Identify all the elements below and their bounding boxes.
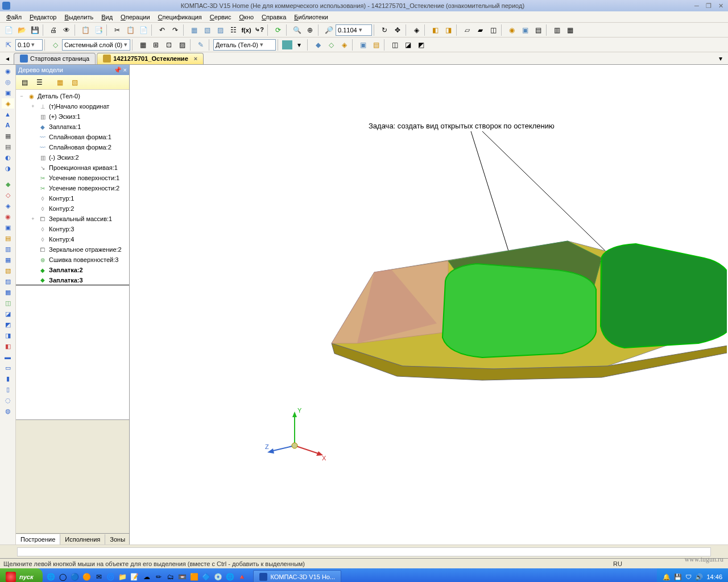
- viewport-3d[interactable]: Задача: создать вид открытых створок по …: [130, 65, 728, 544]
- menu-libraries[interactable]: Библиотеки: [290, 13, 332, 22]
- zoom-window-button[interactable]: 🔍: [291, 24, 303, 36]
- wire-button[interactable]: ◨: [442, 24, 454, 36]
- mgr1-button[interactable]: ▥: [551, 24, 563, 36]
- side-op13[interactable]: ◪: [2, 309, 14, 319]
- tab-document[interactable]: 1421275701_Остекление ×: [97, 53, 204, 64]
- tool-param[interactable]: ▦: [2, 131, 14, 141]
- side-op1[interactable]: ◆: [2, 179, 14, 189]
- ortho-button[interactable]: ⊞: [150, 39, 162, 51]
- tree-item[interactable]: ◊Контур:2: [16, 203, 129, 214]
- pan-button[interactable]: ✥: [391, 24, 404, 36]
- tree-close-icon[interactable]: ×: [123, 66, 127, 73]
- tool-aux[interactable]: ▲: [2, 109, 14, 119]
- tool2-button[interactable]: ▧: [201, 24, 213, 36]
- tree-tab-zones[interactable]: Зоны: [105, 534, 130, 544]
- spec2-button[interactable]: 📑: [92, 24, 105, 36]
- lib2-button[interactable]: ▣: [519, 24, 531, 36]
- side-op14[interactable]: ◩: [2, 319, 14, 330]
- snap-button[interactable]: ⇱: [2, 39, 15, 51]
- extra4-button[interactable]: ◩: [415, 39, 427, 51]
- minimize-button[interactable]: ─: [692, 2, 702, 9]
- tree-tab-exec[interactable]: Исполнения: [60, 534, 105, 544]
- tool-edit[interactable]: ◎: [2, 77, 14, 87]
- side-op16[interactable]: ◧: [2, 341, 14, 351]
- tool3-button[interactable]: ▨: [214, 24, 226, 36]
- tree-item[interactable]: ◆Заплатка:2: [16, 265, 129, 275]
- ql-icon[interactable]: 📼: [177, 572, 188, 582]
- side-op2[interactable]: ◇: [2, 190, 14, 200]
- tool4-button[interactable]: ☷: [227, 24, 239, 36]
- op3-button[interactable]: ◈: [338, 39, 350, 51]
- tray-icon[interactable]: 🔊: [695, 573, 703, 581]
- side-op22[interactable]: ◍: [2, 406, 14, 416]
- ql-icon[interactable]: 🌀: [106, 572, 116, 582]
- tree-root[interactable]: − ◉ Деталь (Тел-0): [16, 91, 129, 101]
- menu-operations[interactable]: Операции: [117, 13, 154, 22]
- undo-button[interactable]: ↶: [156, 24, 168, 36]
- copy-button[interactable]: 📋: [124, 24, 136, 36]
- mode1-button[interactable]: ▣: [357, 39, 369, 51]
- side-op15[interactable]: ◨: [2, 330, 14, 340]
- layer-icon[interactable]: ◇: [49, 39, 61, 51]
- op2-button[interactable]: ◇: [325, 39, 337, 51]
- orient-button[interactable]: ◈: [410, 24, 423, 36]
- rotate-button[interactable]: ↻: [378, 24, 391, 36]
- side-op8[interactable]: ▦: [2, 255, 14, 265]
- menu-view[interactable]: Вид: [97, 13, 117, 22]
- menu-spec[interactable]: Спецификация: [154, 13, 206, 22]
- tool-rep[interactable]: ◑: [2, 163, 14, 173]
- tree-pin-icon[interactable]: 📌: [114, 66, 122, 73]
- tree-item[interactable]: ✂Усечение поверхности:2: [16, 183, 129, 193]
- ql-icon[interactable]: ☁: [142, 572, 152, 582]
- close-button[interactable]: ✕: [715, 2, 726, 10]
- side-op18[interactable]: ▭: [2, 363, 14, 373]
- tree-item[interactable]: ◆Заплатка:3: [16, 275, 129, 285]
- tree-tab-build[interactable]: Построение: [16, 534, 60, 544]
- ql-icon[interactable]: 📝: [130, 572, 140, 582]
- side-op5[interactable]: ▣: [2, 222, 14, 232]
- section-button[interactable]: ▰: [474, 24, 486, 36]
- tree-item[interactable]: +⊥(т)Начало координат: [16, 101, 129, 111]
- tool1-button[interactable]: ▦: [188, 24, 200, 36]
- tree-btn4[interactable]: ▧: [68, 76, 81, 89]
- layer-combo[interactable]: Системный слой (0)▾: [62, 39, 130, 51]
- spec-button[interactable]: 📋: [79, 24, 92, 36]
- tree-item[interactable]: ▥(+) Эскиз:1: [16, 111, 129, 122]
- print-button[interactable]: 🖨: [47, 24, 60, 36]
- ql-icon[interactable]: ✉: [94, 572, 104, 582]
- sketch-button[interactable]: ✎: [195, 39, 207, 51]
- tree-item[interactable]: ◊Контур:1: [16, 193, 129, 203]
- tree-item[interactable]: ✂Усечение поверхности:1: [16, 173, 129, 183]
- extra3-button[interactable]: ◪: [402, 39, 414, 51]
- ql-icon[interactable]: ✏: [154, 572, 164, 582]
- side-op10[interactable]: ▨: [2, 276, 14, 286]
- ql-icon[interactable]: 🗂: [166, 572, 176, 582]
- tree-item[interactable]: ⊛Сшивка поверхностей:3: [16, 255, 129, 265]
- open-button[interactable]: 📂: [15, 24, 28, 36]
- side-op7[interactable]: ▥: [2, 244, 14, 254]
- menu-file[interactable]: Файл: [2, 13, 26, 22]
- menu-help[interactable]: Справка: [258, 13, 290, 22]
- preview-button[interactable]: 👁: [60, 24, 73, 36]
- osnap-button[interactable]: ⊡: [163, 39, 175, 51]
- side-op6[interactable]: ▤: [2, 233, 14, 243]
- tray-icon[interactable]: 💾: [674, 573, 682, 581]
- menu-editor[interactable]: Редактор: [26, 13, 60, 22]
- ql-icon[interactable]: 🌐: [225, 572, 235, 582]
- planes-button[interactable]: ▨: [176, 39, 188, 51]
- side-op11[interactable]: ▩: [2, 287, 14, 297]
- side-op4[interactable]: ◉: [2, 211, 14, 222]
- tool-spec[interactable]: ◐: [2, 152, 14, 163]
- mode2-button[interactable]: ▤: [370, 39, 382, 51]
- side-op21[interactable]: ◌: [2, 395, 14, 405]
- start-button[interactable]: пуск: [0, 568, 43, 582]
- tab-close-icon[interactable]: ×: [194, 55, 197, 62]
- ql-icon[interactable]: 🟧: [189, 572, 200, 582]
- ql-icon[interactable]: 🌐: [46, 572, 56, 582]
- ql-icon[interactable]: 🔵: [70, 572, 80, 582]
- redo-button[interactable]: ↷: [169, 24, 181, 36]
- refresh-button[interactable]: ⟳: [272, 24, 284, 36]
- lib1-button[interactable]: ◉: [506, 24, 518, 36]
- tree-item[interactable]: ◆Заплатка:1: [16, 122, 129, 132]
- part-combo[interactable]: Деталь (Тел-0)▾: [213, 39, 276, 51]
